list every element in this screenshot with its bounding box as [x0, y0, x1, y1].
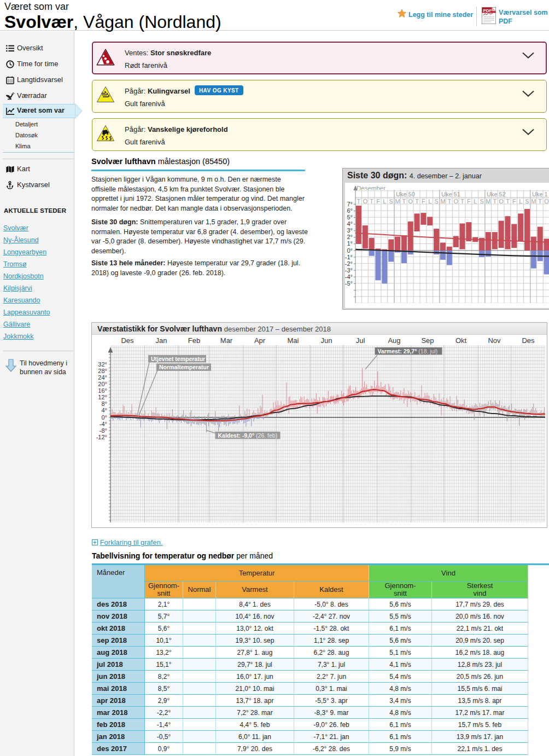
svg-text:-8°: -8°: [100, 427, 107, 434]
svg-text:Aug: Aug: [388, 336, 400, 345]
svg-text:16°: 16°: [98, 387, 107, 394]
svg-text:O: O: [453, 198, 458, 205]
svg-text:T: T: [402, 198, 406, 205]
svg-text:S: S: [525, 198, 529, 205]
svg-text:4°: 4°: [101, 407, 107, 414]
svg-text:Des: Des: [121, 336, 134, 345]
svg-text:6°: 6°: [347, 207, 353, 214]
svg-text:Apr: Apr: [254, 336, 266, 345]
svg-text:Jun: Jun: [321, 336, 332, 345]
svg-text:Utjevnet temperatur: Utjevnet temperatur: [151, 356, 205, 362]
svg-text:F: F: [512, 198, 516, 205]
svg-text:O: O: [544, 198, 549, 205]
svg-text:Varmest: 29,7° (18. jul): Varmest: 29,7° (18. jul): [378, 348, 438, 354]
svg-text:7°: 7°: [347, 201, 353, 207]
svg-text:M: M: [395, 198, 400, 205]
svg-text:24°: 24°: [98, 374, 107, 381]
svg-text:2°: 2°: [347, 234, 353, 240]
svg-text:S: S: [389, 198, 393, 205]
svg-text:-5°: -5°: [345, 280, 353, 287]
svg-text:3°: 3°: [347, 227, 353, 234]
svg-text:T: T: [357, 198, 361, 205]
svg-text:Nov: Nov: [488, 336, 501, 345]
svg-text:T: T: [460, 198, 464, 205]
svg-text:Uke 1: Uke 1: [532, 191, 548, 197]
svg-text:Uke 52: Uke 52: [487, 191, 506, 197]
svg-text:Uke 51: Uke 51: [441, 191, 460, 197]
svg-text:1°: 1°: [347, 240, 353, 247]
svg-text:0°: 0°: [347, 247, 353, 254]
svg-text:5°: 5°: [347, 214, 353, 220]
svg-text:T: T: [506, 198, 510, 205]
svg-text:L: L: [428, 198, 431, 205]
svg-text:F: F: [376, 198, 380, 205]
svg-text:8°: 8°: [101, 400, 107, 407]
svg-text:Feb: Feb: [188, 336, 200, 345]
svg-text:M: M: [486, 198, 490, 205]
svg-text:-1°: -1°: [345, 254, 353, 260]
svg-text:28°: 28°: [98, 368, 107, 374]
svg-text:Okt: Okt: [455, 336, 467, 345]
svg-text:F: F: [422, 198, 425, 205]
svg-text:-4°: -4°: [345, 274, 353, 280]
svg-text:Jan: Jan: [156, 336, 167, 345]
svg-text:S: S: [480, 198, 483, 205]
svg-text:L: L: [474, 198, 477, 205]
svg-text:Mar: Mar: [220, 336, 233, 345]
svg-text:Des: Des: [522, 336, 535, 345]
svg-text:F: F: [467, 198, 471, 205]
svg-text:M: M: [531, 198, 536, 205]
svg-text:20°: 20°: [98, 381, 107, 387]
svg-text:T: T: [493, 198, 497, 205]
svg-text:PDF: PDF: [483, 8, 492, 13]
svg-text:O: O: [408, 198, 413, 205]
svg-text:Kaldest: -9,0° (26. feb): Kaldest: -9,0° (26. feb): [218, 432, 278, 439]
svg-text:-2°: -2°: [345, 260, 353, 267]
svg-text:T: T: [447, 198, 451, 205]
svg-text:Mai: Mai: [288, 336, 299, 345]
svg-text:T: T: [415, 198, 419, 205]
svg-text:Normaltemperatur: Normaltemperatur: [159, 364, 209, 370]
svg-text:T: T: [370, 198, 373, 205]
svg-text:S: S: [434, 198, 438, 205]
svg-text:T: T: [538, 198, 542, 205]
svg-text:Uke 50: Uke 50: [396, 191, 415, 197]
svg-text:L: L: [383, 198, 386, 205]
svg-text:32°: 32°: [98, 361, 107, 368]
svg-text:-3°: -3°: [345, 267, 353, 274]
svg-text:-12°: -12°: [96, 434, 107, 440]
svg-text:-4°: -4°: [100, 421, 107, 427]
svg-text:M: M: [440, 198, 445, 205]
svg-text:Sep: Sep: [421, 336, 434, 345]
svg-text:L: L: [519, 198, 522, 205]
svg-text:O: O: [363, 198, 368, 205]
svg-text:0°: 0°: [101, 414, 107, 421]
svg-text:12°: 12°: [98, 394, 107, 400]
svg-text:4°: 4°: [347, 220, 353, 227]
svg-text:Jul: Jul: [356, 336, 365, 345]
svg-text:O: O: [499, 198, 504, 205]
